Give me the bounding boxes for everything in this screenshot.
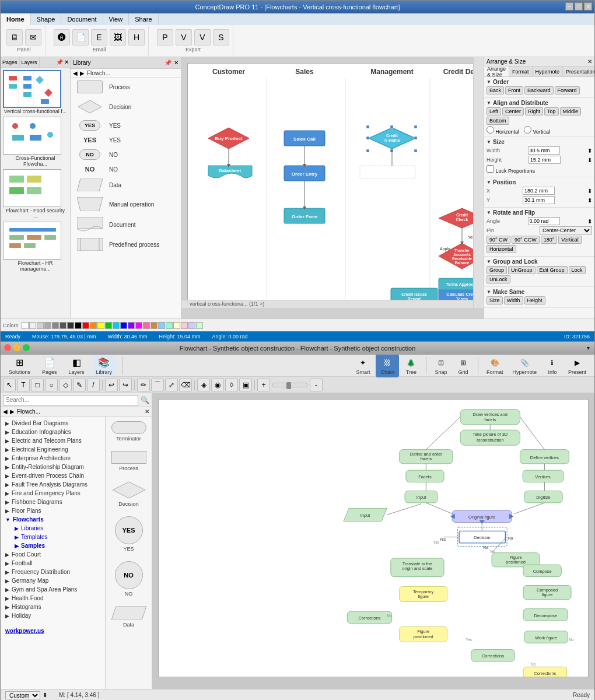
lib-shape-no-text[interactable]: NO NO	[75, 166, 176, 173]
pages-button[interactable]: 📄 Pages	[38, 355, 61, 376]
y-input[interactable]	[523, 196, 555, 204]
align-bottom-button[interactable]: Bottom	[487, 117, 509, 125]
close-button[interactable]: ✕	[584, 2, 592, 10]
y-stepper[interactable]: ⬍	[587, 197, 592, 204]
x-input[interactable]	[523, 187, 555, 195]
lib-item-floor[interactable]: ▶ Floor Plans	[3, 506, 103, 515]
ms-ppt-button[interactable]: P	[157, 29, 173, 46]
color-mint[interactable]	[166, 322, 173, 329]
lib-shape-process[interactable]: Process	[75, 80, 176, 93]
color-red[interactable]	[82, 322, 89, 329]
lib-item-divided-bar[interactable]: ▶ Divided Bar Diagrams	[3, 419, 103, 428]
forward-button[interactable]: Forward	[555, 86, 580, 94]
lib-nav-close[interactable]: ✕	[145, 408, 149, 415]
color-very-dark[interactable]	[67, 322, 74, 329]
back-button[interactable]: Back	[487, 86, 504, 94]
page-thumb-1[interactable]	[3, 70, 61, 108]
lib-item-germany[interactable]: ▶ Germany Map	[3, 576, 103, 585]
color-magenta[interactable]	[135, 322, 142, 329]
color-purple[interactable]	[128, 322, 135, 329]
vertical-radio[interactable]	[524, 126, 531, 134]
lib-item-holiday[interactable]: ▶ Holiday	[3, 611, 103, 620]
edit-group-button[interactable]: Edit Group	[537, 266, 568, 274]
align-left-button[interactable]: Left	[487, 107, 501, 116]
lib-shape-decision[interactable]: Decision	[75, 99, 176, 114]
zoom-out-button[interactable]: -	[310, 379, 323, 391]
pin-select[interactable]: Center-Center	[540, 226, 592, 235]
angle-stepper[interactable]: ⬍	[587, 218, 592, 225]
circle-tool[interactable]: ○	[45, 379, 58, 391]
close-traffic-light[interactable]	[4, 344, 11, 351]
html-button[interactable]: H	[128, 29, 145, 46]
text-tool[interactable]: T	[17, 379, 30, 391]
lib-item-event-process-chain[interactable]: ▶ Event-driven Process Chain	[3, 471, 103, 480]
color-gray[interactable]	[37, 322, 44, 329]
pin-icon[interactable]: 📌	[56, 59, 63, 65]
color-white[interactable]	[22, 322, 29, 329]
color-yellow[interactable]	[97, 322, 104, 329]
window-controls[interactable]: ─ □ ✕	[565, 2, 592, 10]
rotate-title[interactable]: Rotate and Flip	[487, 209, 592, 216]
page-item-3[interactable]: Flowchart - Food security ...	[3, 169, 68, 219]
ribbon-tab-share[interactable]: Share	[129, 13, 158, 25]
rect-tool[interactable]: □	[31, 379, 44, 391]
shape-no[interactable]: NO NO	[115, 561, 143, 597]
tree-button[interactable]: 🌲 Tree	[401, 355, 421, 376]
eraser-tool[interactable]: ⌫	[179, 379, 192, 391]
redo-button[interactable]: ↪	[119, 379, 132, 391]
shape-process[interactable]: Process	[111, 451, 146, 471]
zoom-in-button[interactable]: +	[257, 379, 270, 391]
lib-shape-yes-text[interactable]: YES YES	[75, 136, 176, 144]
bottom-canvas[interactable]: Draw vertices and facets Take picture of…	[152, 393, 594, 689]
adobe-pdf-button[interactable]: 📄	[72, 29, 89, 46]
maximize-traffic-light[interactable]	[23, 344, 30, 351]
color-cyan[interactable]	[113, 322, 120, 329]
rp-tab-hypernote[interactable]: Hypernote	[533, 66, 564, 76]
eps-button[interactable]: E	[91, 29, 107, 46]
page-thumb-3[interactable]	[3, 169, 61, 207]
group-title[interactable]: Group and Lock	[487, 258, 592, 265]
ribbon-tab-home[interactable]: Home	[1, 13, 31, 25]
page-item-2[interactable]: Cross-Functional Flowcha...	[3, 117, 68, 167]
ms-visio-vdx-button[interactable]: V	[176, 29, 192, 46]
adobe-flash-button[interactable]: 🅐	[54, 29, 70, 46]
same-width-button[interactable]: Width	[504, 296, 523, 304]
lib-item-food-court[interactable]: ▶ Food Court	[3, 550, 103, 559]
make-same-title[interactable]: Make Same	[487, 289, 592, 295]
website-link[interactable]: workpower.us	[5, 628, 44, 634]
page-thumb-2[interactable]	[3, 117, 61, 155]
lib-forward-button[interactable]: ▶	[80, 70, 85, 76]
flip-vertical-button[interactable]: Vertical	[558, 236, 582, 244]
color-dark-gray[interactable]	[52, 322, 59, 329]
lib-item-flowcharts[interactable]: ▼ Flowcharts	[3, 515, 103, 524]
angle-input[interactable]	[528, 217, 560, 225]
position-title[interactable]: Position	[487, 179, 592, 186]
lib-shape-data[interactable]: Data	[75, 178, 176, 191]
lib-nav-back[interactable]: ◀	[3, 408, 8, 415]
vertical-scrollbar[interactable]	[473, 57, 484, 308]
svg-button[interactable]: S	[213, 29, 229, 46]
width-stepper[interactable]: ⬍	[587, 148, 592, 154]
color-light-red[interactable]	[181, 322, 188, 329]
ms-visio-vsdx-button[interactable]: V	[194, 29, 211, 46]
chain-button[interactable]: ⛓ Chain	[376, 354, 399, 377]
canvas-area[interactable]: Customer Sales Management Credit Departm…	[181, 57, 484, 318]
color-brown[interactable]	[150, 322, 158, 329]
color-darker-gray[interactable]	[60, 322, 66, 329]
format-painter-tool[interactable]: ◊	[225, 379, 238, 391]
line-tool[interactable]: /	[87, 379, 100, 391]
search-input[interactable]	[3, 395, 138, 405]
library-button[interactable]: 📚 Library	[93, 355, 116, 376]
lib-shape-manual[interactable]: Manual operation	[75, 197, 176, 211]
color-black[interactable]	[75, 322, 82, 329]
ribbon-tab-shape[interactable]: Shape	[31, 13, 62, 25]
group-tool[interactable]: ▣	[239, 379, 252, 391]
lib-item-samples[interactable]: ▶ Samples	[3, 541, 103, 550]
color-light-blue[interactable]	[158, 322, 165, 329]
maximize-button[interactable]: □	[575, 2, 583, 10]
x-stepper[interactable]: ⬍	[587, 188, 592, 194]
width-input[interactable]	[528, 146, 560, 155]
lib-item-football[interactable]: ▶ Football	[3, 559, 103, 568]
lib-item-health[interactable]: ▶ Health Food	[3, 594, 103, 603]
page-item-1[interactable]: Vertical cross-functional f...	[3, 70, 68, 114]
